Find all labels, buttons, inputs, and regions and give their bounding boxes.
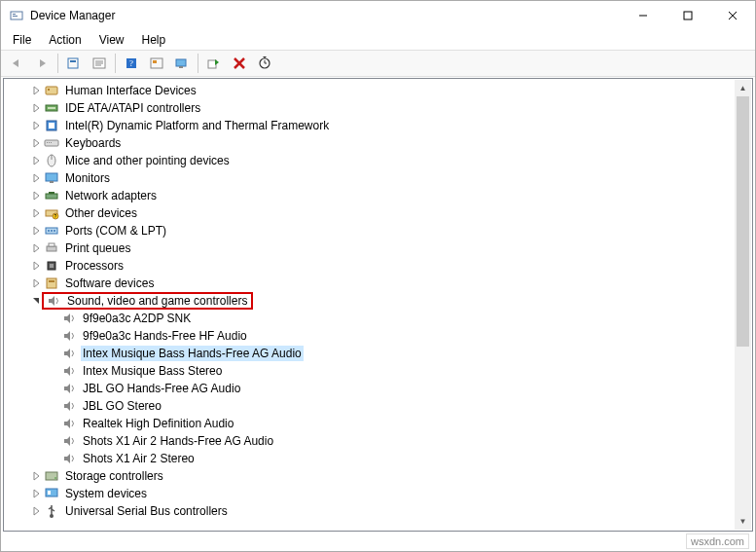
expand-icon[interactable]: [28, 240, 44, 256]
expand-icon[interactable]: [28, 223, 44, 239]
expand-icon[interactable]: [28, 118, 44, 133]
tree-node[interactable]: 9f9e0a3c Hands-Free HF Audio: [5, 327, 735, 345]
scroll-track[interactable]: [735, 96, 751, 513]
tree-node-label[interactable]: Keyboards: [63, 135, 123, 151]
tree-node[interactable]: Shots X1 Air 2 Hands-Free AG Audio: [5, 432, 735, 450]
device-tree[interactable]: Human Interface DevicesIDE ATA/ATAPI con…: [5, 80, 735, 530]
tree-node-label[interactable]: Processors: [63, 258, 126, 274]
expand-icon[interactable]: [28, 205, 44, 221]
tree-node[interactable]: JBL GO Stereo: [5, 397, 735, 415]
tree-node-label[interactable]: 9f9e0a3c A2DP SNK: [81, 311, 193, 326]
tree-node-label[interactable]: Mice and other pointing devices: [63, 153, 232, 168]
tree-node-label[interactable]: Shots X1 Air 2 Hands-Free AG Audio: [81, 433, 275, 449]
tree-node-label[interactable]: 9f9e0a3c Hands-Free HF Audio: [81, 328, 249, 344]
tree-node-label[interactable]: Intex Musique Bass Stereo: [81, 363, 224, 379]
tree-node-label[interactable]: Human Interface Devices: [63, 83, 198, 98]
tree-node-label[interactable]: Network adapters: [63, 188, 159, 203]
menu-help[interactable]: Help: [134, 31, 174, 49]
expand-icon[interactable]: [28, 486, 44, 501]
tree-node-label[interactable]: Intex Musique Bass Hands-Free AG Audio: [81, 346, 304, 361]
tree-node[interactable]: Ports (COM & LPT): [5, 222, 735, 239]
close-button[interactable]: [710, 1, 755, 30]
tree-node[interactable]: System devices: [5, 485, 735, 502]
tree-node-label[interactable]: Universal Serial Bus controllers: [63, 503, 230, 519]
expand-icon[interactable]: [28, 188, 44, 203]
menu-view[interactable]: View: [91, 31, 132, 49]
tree-node-label[interactable]: Storage controllers: [63, 468, 165, 484]
tree-node[interactable]: Intex Musique Bass Stereo: [5, 362, 735, 380]
expand-icon[interactable]: [28, 468, 44, 484]
app-icon: [9, 8, 24, 23]
tree-node[interactable]: Software devices: [5, 275, 735, 292]
sound-icon: [61, 433, 77, 449]
menu-file[interactable]: File: [5, 31, 39, 49]
enable-device-button[interactable]: [202, 53, 226, 74]
tree-node-label[interactable]: Software devices: [63, 276, 156, 291]
tree-node-label[interactable]: Sound, video and game controllers: [65, 293, 249, 309]
show-hidden-button[interactable]: [62, 53, 86, 74]
update-driver-button[interactable]: [145, 53, 168, 74]
tree-node[interactable]: Universal Serial Bus controllers: [5, 502, 735, 520]
tree-node[interactable]: Realtek High Definition Audio: [5, 415, 735, 432]
minimize-button[interactable]: [621, 1, 666, 30]
highlight-box: Sound, video and game controllers: [42, 292, 253, 310]
scroll-thumb[interactable]: [737, 96, 749, 347]
maximize-button[interactable]: [666, 1, 710, 30]
expand-icon[interactable]: [28, 503, 44, 519]
scroll-up-button[interactable]: ▲: [735, 80, 751, 96]
tree-node[interactable]: Storage controllers: [5, 467, 735, 485]
storage-icon: [44, 468, 59, 484]
properties-button[interactable]: [88, 53, 111, 74]
intel-icon: [44, 118, 59, 133]
tree-node[interactable]: Mice and other pointing devices: [5, 152, 735, 169]
expand-icon[interactable]: [28, 258, 44, 274]
tree-node-label[interactable]: Realtek High Definition Audio: [81, 416, 235, 431]
tree-node-label[interactable]: IDE ATA/ATAPI controllers: [63, 100, 202, 116]
expand-icon[interactable]: [28, 170, 44, 186]
usb-icon: [44, 503, 59, 519]
expand-icon[interactable]: [28, 153, 44, 168]
tree-node-label[interactable]: Intel(R) Dynamic Platform and Thermal Fr…: [63, 118, 331, 133]
menu-action[interactable]: Action: [41, 31, 89, 49]
svg-point-45: [54, 230, 55, 232]
tree-node[interactable]: JBL GO Hands-Free AG Audio: [5, 380, 735, 397]
tree-node-label[interactable]: System devices: [63, 486, 149, 501]
svg-rect-24: [48, 89, 50, 91]
tree-node[interactable]: Sound, video and game controllers: [5, 292, 735, 310]
forward-button[interactable]: [30, 53, 54, 74]
cpu-icon: [44, 258, 59, 274]
tree-node[interactable]: Network adapters: [5, 187, 735, 204]
tree-node-label[interactable]: JBL GO Hands-Free AG Audio: [81, 381, 242, 396]
back-button[interactable]: [5, 53, 28, 74]
devices-button[interactable]: [170, 53, 194, 74]
tree-node-label[interactable]: JBL GO Stereo: [81, 398, 163, 414]
tree-node[interactable]: Shots X1 Air 2 Stereo: [5, 450, 735, 467]
tree-node-label[interactable]: Monitors: [63, 170, 112, 186]
tree-node-label[interactable]: Print queues: [63, 240, 132, 256]
tree-node-label[interactable]: Shots X1 Air 2 Stereo: [81, 451, 197, 466]
expand-icon[interactable]: [28, 100, 44, 116]
menubar: File Action View Help: [1, 30, 755, 50]
tree-node[interactable]: Intel(R) Dynamic Platform and Thermal Fr…: [5, 117, 735, 134]
tree-node[interactable]: Print queues: [5, 239, 735, 257]
vertical-scrollbar[interactable]: ▲ ▼: [735, 80, 751, 530]
expander-spacer: [46, 328, 61, 344]
uninstall-button[interactable]: [228, 53, 251, 74]
tree-node-label[interactable]: Ports (COM & LPT): [63, 223, 168, 239]
tree-node[interactable]: Monitors: [5, 169, 735, 187]
expand-icon[interactable]: [28, 276, 44, 291]
expand-icon[interactable]: [28, 83, 44, 98]
tree-node[interactable]: Keyboards: [5, 134, 735, 152]
expand-icon[interactable]: [28, 135, 44, 151]
tree-node-label[interactable]: Other devices: [63, 205, 139, 221]
tree-node[interactable]: Human Interface Devices: [5, 82, 735, 99]
tree-node[interactable]: Intex Musique Bass Hands-Free AG Audio: [5, 345, 735, 362]
tree-node[interactable]: IDE ATA/ATAPI controllers: [5, 99, 735, 117]
tree-node[interactable]: 9f9e0a3c A2DP SNK: [5, 310, 735, 327]
scan-hardware-button[interactable]: [253, 53, 276, 74]
help-button[interactable]: ?: [120, 53, 143, 74]
tree-node[interactable]: ?Other devices: [5, 204, 735, 222]
tree-node[interactable]: Processors: [5, 257, 735, 275]
port-icon: [44, 223, 59, 239]
scroll-down-button[interactable]: ▼: [735, 513, 751, 530]
